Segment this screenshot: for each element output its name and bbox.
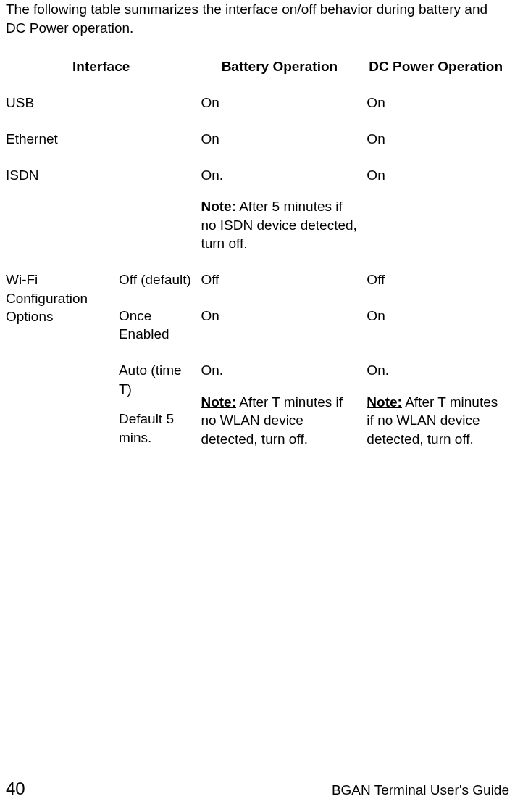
isdn-battery-on: On. [201, 167, 223, 183]
wifi-option-label: Auto (time T) Default 5 mins. [114, 352, 196, 457]
cell-battery-ethernet: On [196, 121, 362, 157]
page-footer: 40 BGAN Terminal User's Guide [6, 779, 509, 799]
note-label: Note: [201, 199, 236, 214]
header-dcpower: DC Power Operation [362, 53, 509, 85]
wifi-auto-dc-on: On. [367, 362, 389, 378]
cell-battery-wifi-once: On [196, 298, 362, 352]
cell-dc-ethernet: On [362, 121, 509, 157]
wifi-auto-battery-on: On. [201, 362, 223, 378]
wifi-auto-dc-note: Note: After T minutes if no WLAN device … [367, 393, 505, 449]
wifi-option-label: Once Enabled [114, 298, 196, 352]
cell-dc-wifi-once: On [362, 298, 509, 352]
interface-behavior-table: Interface Battery Operation DC Power Ope… [6, 53, 509, 457]
cell-battery-wifi-auto: On. Note: After T minutes if no WLAN dev… [196, 352, 362, 457]
table-row: Wi-Fi Configuration Options Off (default… [6, 262, 509, 298]
table-header-row: Interface Battery Operation DC Power Ope… [6, 53, 509, 85]
table-row: USB On On [6, 85, 509, 121]
note-label: Note: [201, 394, 236, 410]
table-row: ISDN On. Note: After 5 minutes if no ISD… [6, 157, 509, 262]
header-interface: Interface [6, 53, 196, 85]
cell-interface-isdn: ISDN [6, 157, 196, 262]
cell-battery-wifi-off: Off [196, 262, 362, 298]
table-row: Ethernet On On [6, 121, 509, 157]
wifi-default-mins-label: Default 5 mins. [119, 410, 192, 447]
wifi-option-label: Off (default) [114, 262, 196, 298]
isdn-note: Note: After 5 minutes if no ISDN device … [201, 197, 358, 253]
cell-interface-wifi: Wi-Fi Configuration Options [6, 262, 114, 457]
header-battery: Battery Operation [196, 53, 362, 85]
cell-dc-isdn: On [362, 157, 509, 262]
cell-battery-usb: On [196, 85, 362, 121]
intro-text: The following table summarizes the inter… [6, 0, 509, 37]
guide-title: BGAN Terminal User's Guide [332, 782, 509, 798]
cell-dc-wifi-off: Off [362, 262, 509, 298]
cell-dc-usb: On [362, 85, 509, 121]
wifi-auto-time-label: Auto (time T) [119, 361, 192, 398]
cell-battery-isdn: On. Note: After 5 minutes if no ISDN dev… [196, 157, 362, 262]
page-number: 40 [6, 779, 25, 799]
cell-interface-usb: USB [6, 85, 196, 121]
cell-dc-wifi-auto: On. Note: After T minutes if no WLAN dev… [362, 352, 509, 457]
note-label: Note: [367, 394, 402, 410]
cell-interface-ethernet: Ethernet [6, 121, 196, 157]
wifi-auto-battery-note: Note: After T minutes if no WLAN device … [201, 393, 358, 449]
